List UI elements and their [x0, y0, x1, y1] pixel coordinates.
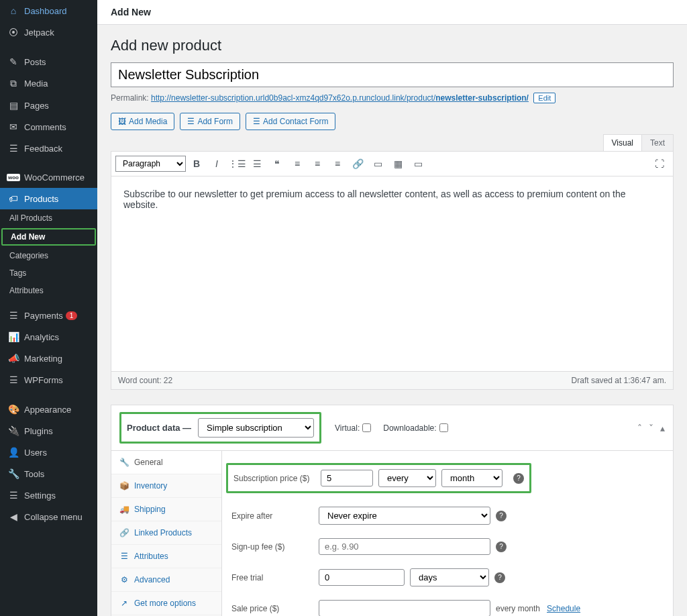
- product-data-panel: Product data — Simple subscription Virtu…: [111, 405, 674, 616]
- sidebar-item-wpforms[interactable]: ☰WPForms: [0, 369, 97, 391]
- sidebar-item-posts[interactable]: ✎Posts: [0, 51, 97, 72]
- add-media-button[interactable]: 🖼Add Media: [111, 113, 174, 130]
- draft-saved: Draft saved at 1:36:47 am.: [572, 376, 666, 385]
- sidebar-item-products[interactable]: 🏷Products: [0, 188, 97, 209]
- permalink-row: Permalink: http://newsletter-subscriptio…: [111, 93, 674, 103]
- sidebar-sub-attributes[interactable]: Attributes: [0, 282, 97, 299]
- sidebar-item-label: Dashboard: [24, 6, 67, 16]
- feedback-icon: ☰: [7, 143, 20, 154]
- sidebar-sub-add-new[interactable]: Add New: [1, 228, 96, 246]
- panel-down-icon[interactable]: ˅: [649, 423, 653, 433]
- help-icon[interactable]: ?: [494, 572, 505, 583]
- permalink-label: Permalink:: [111, 93, 149, 103]
- tab-linked-products[interactable]: 🔗Linked Products: [111, 521, 221, 545]
- page-title: Add new product: [111, 32, 674, 62]
- sidebar-item-comments[interactable]: ✉Comments: [0, 116, 97, 138]
- sidebar-item-tools[interactable]: 🔧Tools: [0, 463, 97, 484]
- sidebar-item-dashboard[interactable]: ⌂Dashboard: [0, 0, 97, 21]
- align-center-button[interactable]: ≡: [308, 154, 327, 173]
- sale-price-label: Sale price ($): [231, 604, 319, 613]
- editor-tab-visual[interactable]: Visual: [603, 134, 642, 151]
- tab-advanced[interactable]: ⚙Advanced: [111, 568, 221, 592]
- tab-attributes[interactable]: ☰Attributes: [111, 545, 221, 568]
- sidebar-item-settings[interactable]: ☰Settings: [0, 484, 97, 506]
- sidebar-sub-all-products[interactable]: All Products: [0, 209, 97, 227]
- sidebar-item-media[interactable]: ⧉Media: [0, 72, 97, 95]
- sidebar-sub-tags[interactable]: Tags: [0, 264, 97, 282]
- permalink-edit-button[interactable]: Edit: [533, 93, 556, 103]
- bold-button[interactable]: B: [187, 154, 206, 173]
- italic-button[interactable]: I: [207, 154, 226, 173]
- subscription-interval-select[interactable]: every: [378, 469, 436, 487]
- users-icon: 👤: [7, 447, 20, 458]
- editor-body[interactable]: Subscribe to our newsletter to get premi…: [111, 176, 673, 371]
- expire-after-select[interactable]: Never expire: [319, 507, 490, 525]
- toolbar-toggle-button[interactable]: ▦: [388, 154, 407, 173]
- sidebar-item-jetpack[interactable]: ⦿Jetpack: [0, 21, 97, 43]
- tab-inventory[interactable]: 📦Inventory: [111, 474, 221, 498]
- virtual-checkbox[interactable]: [362, 423, 371, 432]
- contact-form-icon: ☰: [253, 117, 260, 126]
- sidebar-item-pages[interactable]: ▤Pages: [0, 95, 97, 116]
- sidebar-item-payments[interactable]: ☰Payments1: [0, 305, 97, 326]
- sidebar-sub-categories[interactable]: Categories: [0, 247, 97, 264]
- sidebar-item-label: Products: [24, 194, 58, 204]
- pin-icon: ✎: [7, 56, 20, 67]
- format-select[interactable]: Paragraph: [115, 156, 186, 172]
- downloadable-checkbox-label[interactable]: Downloadable:: [383, 423, 447, 433]
- add-form-button[interactable]: ☰Add Form: [180, 113, 240, 130]
- more-button[interactable]: ▭: [368, 154, 387, 173]
- sidebar-item-woocommerce[interactable]: wooWooCommerce: [0, 167, 97, 188]
- collapse-icon: ◀: [7, 511, 20, 522]
- sidebar-item-plugins[interactable]: 🔌Plugins: [0, 420, 97, 442]
- subscription-price-row: Subscription price ($) every month ?: [226, 463, 531, 493]
- help-icon[interactable]: ?: [496, 542, 507, 552]
- product-type-select[interactable]: Simple subscription: [198, 418, 314, 438]
- sidebar-item-analytics[interactable]: 📊Analytics: [0, 326, 97, 348]
- sale-price-input[interactable]: [319, 600, 490, 616]
- page-subheader: Add New: [97, 0, 687, 25]
- align-right-button[interactable]: ≡: [328, 154, 347, 173]
- permalink-link[interactable]: http://newsletter-subscription.urld0b9ac…: [151, 93, 529, 103]
- sidebar-item-marketing[interactable]: 📣Marketing: [0, 348, 97, 369]
- sidebar-item-label: Plugins: [24, 426, 53, 436]
- schedule-link[interactable]: Schedule: [547, 604, 580, 613]
- panel-up-icon[interactable]: ˄: [637, 423, 642, 433]
- expire-after-label: Expire after: [231, 511, 319, 521]
- product-title-input[interactable]: [111, 62, 674, 87]
- help-icon[interactable]: ?: [513, 473, 524, 484]
- sidebar-item-collapse[interactable]: ◀Collapse menu: [0, 506, 97, 527]
- subscription-period-select[interactable]: month: [441, 469, 503, 487]
- sidebar-item-label: Feedback: [24, 144, 62, 154]
- sidebar-item-label: WPForms: [24, 375, 63, 385]
- free-trial-unit-select[interactable]: days: [410, 568, 489, 586]
- link-button[interactable]: 🔗: [348, 154, 367, 173]
- sidebar-item-feedback[interactable]: ☰Feedback: [0, 138, 97, 159]
- sidebar-item-appearance[interactable]: 🎨Appearance: [0, 399, 97, 420]
- add-contact-form-button[interactable]: ☰Add Contact Form: [246, 113, 335, 130]
- tab-get-more[interactable]: ↗Get more options: [111, 592, 221, 615]
- expand-icon[interactable]: ⛶: [650, 154, 669, 173]
- bullet-list-button[interactable]: ⋮☰: [227, 154, 246, 173]
- quote-button[interactable]: ❝: [268, 154, 286, 173]
- tab-shipping[interactable]: 🚚Shipping: [111, 498, 221, 521]
- appearance-icon: 🎨: [7, 404, 20, 415]
- subscription-price-input[interactable]: [321, 470, 373, 486]
- sidebar-item-users[interactable]: 👤Users: [0, 442, 97, 463]
- jetpack-icon: ⦿: [7, 27, 20, 38]
- free-trial-input[interactable]: [319, 569, 405, 586]
- signup-fee-input[interactable]: [319, 538, 490, 555]
- link-icon: 🔗: [119, 528, 129, 537]
- comments-icon: ✉: [7, 121, 20, 132]
- virtual-checkbox-label[interactable]: Virtual:: [335, 423, 371, 433]
- panel-toggle-icon[interactable]: ▴: [660, 423, 665, 433]
- fullscreen-button[interactable]: ▭: [409, 154, 427, 173]
- sidebar-item-label: Posts: [24, 57, 46, 67]
- editor-tab-text[interactable]: Text: [641, 134, 674, 151]
- number-list-button[interactable]: ☰: [248, 154, 266, 173]
- downloadable-checkbox[interactable]: [439, 423, 448, 432]
- tab-general[interactable]: 🔧General: [111, 451, 221, 474]
- align-left-button[interactable]: ≡: [288, 154, 307, 173]
- pages-icon: ▤: [7, 100, 20, 111]
- help-icon[interactable]: ?: [496, 511, 507, 521]
